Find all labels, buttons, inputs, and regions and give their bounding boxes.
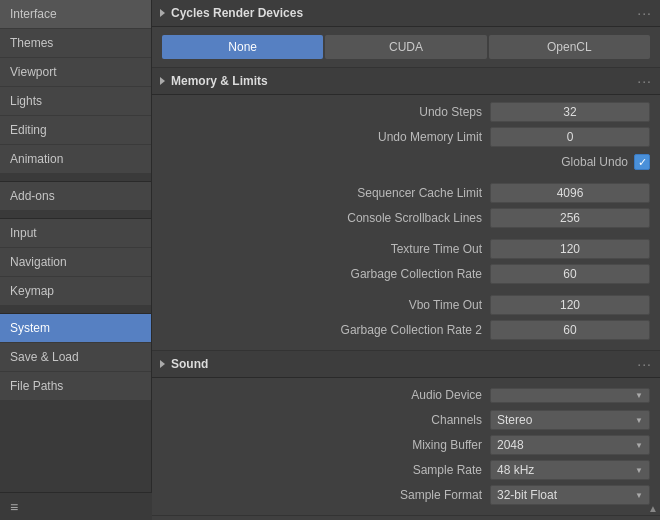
sample-format-row: Sample Format 32-bit Float ▼ [162, 484, 650, 506]
sidebar-item-addons[interactable]: Add-ons [0, 182, 151, 211]
sidebar-item-filepaths[interactable]: File Paths [0, 372, 151, 401]
sidebar-separator-3 [0, 306, 151, 314]
sound-title: Sound [171, 357, 637, 371]
sound-body: Audio Device ▼ Channels Stereo ▼ Mixing … [152, 378, 660, 516]
gc-rate-1-label: Garbage Collection Rate [162, 267, 490, 281]
mixing-buffer-select[interactable]: 2048 ▼ [490, 435, 650, 455]
undo-steps-label: Undo Steps [162, 105, 490, 119]
vbo-timeout-label: Vbo Time Out [162, 298, 490, 312]
global-undo-row: Global Undo [162, 151, 650, 173]
content-area: Cycles Render Devices ··· None CUDA Open… [152, 0, 660, 516]
sidebar: Interface Themes Viewport Lights Editing… [0, 0, 152, 520]
sidebar-item-lights[interactable]: Lights [0, 87, 151, 116]
tab-cuda[interactable]: CUDA [325, 35, 486, 59]
sidebar-separator [0, 174, 151, 182]
undo-steps-row: Undo Steps 32 [162, 101, 650, 123]
sidebar-item-interface[interactable]: Interface [0, 0, 151, 29]
sample-rate-label: Sample Rate [162, 463, 490, 477]
sequencer-cache-row: Sequencer Cache Limit 4096 [162, 182, 650, 204]
tab-opencl[interactable]: OpenCL [489, 35, 650, 59]
global-undo-checkbox[interactable] [634, 154, 650, 170]
channels-row: Channels Stereo ▼ [162, 409, 650, 431]
collapse-triangle-memory-icon [160, 77, 165, 85]
sequencer-cache-label: Sequencer Cache Limit [162, 186, 490, 200]
sidebar-item-keymap[interactable]: Keymap [0, 277, 151, 306]
sidebar-item-editing[interactable]: Editing [0, 116, 151, 145]
scroll-down-icon[interactable]: ▲ [648, 503, 658, 514]
mixing-buffer-label: Mixing Buffer [162, 438, 490, 452]
sample-format-select[interactable]: 32-bit Float ▼ [490, 485, 650, 505]
sample-rate-select[interactable]: 48 kHz ▼ [490, 460, 650, 480]
sidebar-separator-2 [0, 211, 151, 219]
mixing-buffer-row: Mixing Buffer 2048 ▼ [162, 434, 650, 456]
memory-limits-options[interactable]: ··· [637, 73, 652, 89]
sidebar-item-system[interactable]: System [0, 314, 151, 343]
channels-select[interactable]: Stereo ▼ [490, 410, 650, 430]
render-devices-section: None CUDA OpenCL [152, 27, 660, 68]
audio-device-arrow-icon: ▼ [635, 391, 643, 400]
cycles-render-options[interactable]: ··· [637, 5, 652, 21]
undo-memory-row: Undo Memory Limit 0 [162, 126, 650, 148]
audio-device-select[interactable]: ▼ [490, 388, 650, 403]
gc-rate-2-value[interactable]: 60 [490, 320, 650, 340]
cycles-render-header[interactable]: Cycles Render Devices ··· [152, 0, 660, 27]
undo-steps-value[interactable]: 32 [490, 102, 650, 122]
console-scrollback-value[interactable]: 256 [490, 208, 650, 228]
texture-timeout-value[interactable]: 120 [490, 239, 650, 259]
collapse-triangle-sound-icon [160, 360, 165, 368]
gc-rate-1-row: Garbage Collection Rate 60 [162, 263, 650, 285]
texture-timeout-row: Texture Time Out 120 [162, 238, 650, 260]
sound-header[interactable]: Sound ··· [152, 351, 660, 378]
sound-options[interactable]: ··· [637, 356, 652, 372]
audio-device-label: Audio Device [162, 388, 490, 402]
sidebar-item-themes[interactable]: Themes [0, 29, 151, 58]
cycles-render-title: Cycles Render Devices [171, 6, 637, 20]
sample-format-arrow-icon: ▼ [635, 491, 643, 500]
channels-label: Channels [162, 413, 490, 427]
menu-icon[interactable]: ≡ [10, 499, 18, 515]
main-content: Cycles Render Devices ··· None CUDA Open… [152, 0, 660, 520]
sequencer-cache-value[interactable]: 4096 [490, 183, 650, 203]
memory-limits-title: Memory & Limits [171, 74, 637, 88]
gc-rate-1-value[interactable]: 60 [490, 264, 650, 284]
memory-limits-body: Undo Steps 32 Undo Memory Limit 0 Global… [152, 95, 660, 351]
texture-timeout-label: Texture Time Out [162, 242, 490, 256]
global-undo-label: Global Undo [561, 155, 628, 169]
audio-device-row: Audio Device ▼ [162, 384, 650, 406]
vbo-timeout-row: Vbo Time Out 120 [162, 294, 650, 316]
sample-format-label: Sample Format [162, 488, 490, 502]
undo-memory-label: Undo Memory Limit [162, 130, 490, 144]
channels-arrow-icon: ▼ [635, 416, 643, 425]
memory-limits-header[interactable]: Memory & Limits ··· [152, 68, 660, 95]
device-tabs: None CUDA OpenCL [162, 35, 650, 59]
sidebar-item-viewport[interactable]: Viewport [0, 58, 151, 87]
sidebar-item-saveload[interactable]: Save & Load [0, 343, 151, 372]
sample-rate-row: Sample Rate 48 kHz ▼ [162, 459, 650, 481]
console-scrollback-label: Console Scrollback Lines [162, 211, 490, 225]
gc-rate-2-row: Garbage Collection Rate 2 60 [162, 319, 650, 341]
tab-none[interactable]: None [162, 35, 323, 59]
console-scrollback-row: Console Scrollback Lines 256 [162, 207, 650, 229]
sidebar-item-navigation[interactable]: Navigation [0, 248, 151, 277]
undo-memory-value[interactable]: 0 [490, 127, 650, 147]
gc-rate-2-label: Garbage Collection Rate 2 [162, 323, 490, 337]
vbo-timeout-value[interactable]: 120 [490, 295, 650, 315]
bottom-bar: ≡ [0, 492, 152, 520]
sidebar-item-input[interactable]: Input [0, 219, 151, 248]
sample-rate-arrow-icon: ▼ [635, 466, 643, 475]
mixing-buffer-arrow-icon: ▼ [635, 441, 643, 450]
collapse-triangle-icon [160, 9, 165, 17]
sidebar-item-animation[interactable]: Animation [0, 145, 151, 174]
